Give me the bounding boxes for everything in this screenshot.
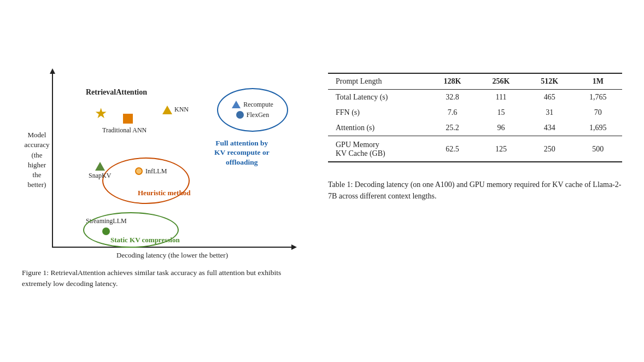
- y-axis-label: Modelaccuracy(thehigherthebetter): [22, 73, 52, 248]
- recompute-row: Recompute: [232, 101, 273, 109]
- row-label-total-latency: Total Latency (s): [328, 89, 428, 105]
- row-label-ffn: FFN (s): [328, 105, 428, 120]
- cell-total-latency-128k: 32.8: [428, 89, 477, 105]
- row-label-attention: Attention (s): [328, 120, 428, 136]
- cell-ffn-256k: 15: [477, 105, 525, 120]
- data-table: Prompt Length 128K 256K 512K 1M Total La…: [328, 73, 622, 162]
- col-header-1m: 1M: [574, 73, 622, 90]
- snapkv-triangle-icon: [95, 162, 105, 171]
- flexgen-circle-icon: [236, 111, 244, 119]
- retrieval-attention-label: RetrievalAttention: [86, 88, 147, 97]
- infllm-label: InfLLM: [145, 167, 167, 176]
- recompute-label: Recompute: [243, 101, 273, 109]
- figure-caption: Figure 1: RetrievalAttention achieves si…: [22, 267, 290, 290]
- traditional-ann-label: Traditional ANN: [102, 126, 147, 135]
- full-attention-label: Full attention byKV recompute oroffloadi…: [214, 138, 270, 167]
- cell-attention-1m: 1,695: [574, 120, 622, 136]
- cell-total-latency-1m: 1,765: [574, 89, 622, 105]
- right-panel: Prompt Length 128K 256K 512K 1M Total La…: [328, 73, 622, 202]
- cell-total-latency-256k: 111: [477, 89, 525, 105]
- left-panel: Modelaccuracy(thehigherthebetter) Retrie…: [22, 73, 306, 290]
- cell-attention-128k: 25.2: [428, 120, 477, 136]
- y-label-text: Modelaccuracy(thehigherthebetter): [24, 130, 49, 190]
- cell-ffn-128k: 7.6: [428, 105, 477, 120]
- cell-gpu-memory-1m: 500: [574, 136, 622, 162]
- table-caption: Table 1: Decoding latency (on one A100) …: [328, 179, 622, 202]
- traditional-ann-point: [123, 114, 133, 124]
- table-row-gpu-memory: GPU MemoryKV Cache (GB) 62.5 125 250 500: [328, 136, 622, 162]
- retrieval-attention-star: ★: [95, 107, 107, 121]
- knn-group: KNN: [162, 106, 189, 114]
- main-container: Modelaccuracy(thehigherthebetter) Retrie…: [0, 62, 644, 301]
- cell-gpu-memory-512k: 250: [525, 136, 574, 162]
- col-header-256k: 256K: [477, 73, 525, 90]
- knn-label: KNN: [174, 106, 189, 114]
- recompute-ellipse: Recompute FlexGen: [217, 88, 288, 132]
- knn-triangle-icon: [162, 106, 172, 114]
- snapkv-group: SnapKV: [89, 162, 111, 180]
- cell-attention-256k: 96: [477, 120, 525, 136]
- table-row-total-latency: Total Latency (s) 32.8 111 465 1,765: [328, 89, 622, 105]
- chart-wrapper: Modelaccuracy(thehigherthebetter) Retrie…: [22, 73, 306, 248]
- snapkv-label: SnapKV: [89, 172, 111, 180]
- flexgen-label: FlexGen: [247, 111, 269, 119]
- heuristic-label: Heuristic method: [138, 189, 190, 197]
- cell-gpu-memory-256k: 125: [477, 136, 525, 162]
- col-header-prompt: Prompt Length: [328, 73, 428, 90]
- infllm-circle-icon: [135, 167, 143, 175]
- infllm-group: InfLLM: [135, 167, 167, 176]
- static-kv-label: Static KV compression: [110, 236, 180, 244]
- table-container: Prompt Length 128K 256K 512K 1M Total La…: [328, 73, 622, 162]
- cell-ffn-1m: 70: [574, 105, 622, 120]
- cell-attention-512k: 434: [525, 120, 574, 136]
- cell-gpu-memory-128k: 62.5: [428, 136, 477, 162]
- col-header-512k: 512K: [525, 73, 574, 90]
- cell-ffn-512k: 31: [525, 105, 574, 120]
- col-header-128k: 128K: [428, 73, 477, 90]
- table-row-attention: Attention (s) 25.2 96 434 1,695: [328, 120, 622, 136]
- row-label-gpu-memory: GPU MemoryKV Cache (GB): [328, 136, 428, 162]
- x-axis-label: Decoding latency (the lower the better): [52, 251, 292, 260]
- table-row-ffn: FFN (s) 7.6 15 31 70: [328, 105, 622, 120]
- recompute-triangle-icon: [232, 101, 241, 108]
- cell-total-latency-512k: 465: [525, 89, 574, 105]
- chart-area: RetrievalAttention ★ Traditional ANN KNN…: [52, 73, 292, 248]
- flexgen-row: FlexGen: [236, 111, 269, 119]
